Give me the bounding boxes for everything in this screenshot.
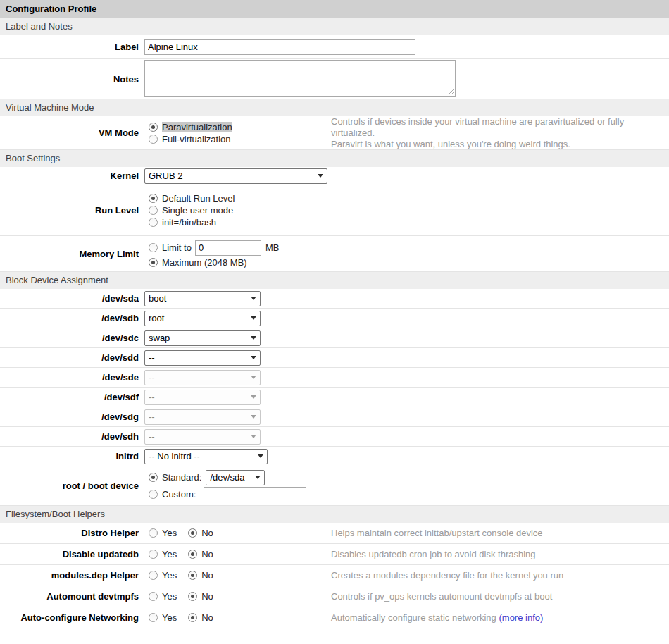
initrd-row: initrd -- No initrd -- xyxy=(0,447,669,466)
dropdown-arrow-icon xyxy=(318,174,323,178)
yes-label: Yes xyxy=(162,549,177,559)
run-level-radio-init-bash[interactable] xyxy=(149,218,158,227)
dev-sda-select[interactable]: boot xyxy=(144,291,261,306)
dev-sdd-select[interactable]: -- xyxy=(144,350,261,366)
field-label: Disable updatedb xyxy=(0,549,144,559)
field-label: /dev/sdc xyxy=(0,333,144,343)
dropdown-arrow-icon xyxy=(251,435,256,438)
standard-device-select[interactable]: /dev/sda xyxy=(206,470,265,485)
kernel-row: Kernel GRUB 2 xyxy=(0,167,669,185)
kernel-select-value: GRUB 2 xyxy=(149,171,182,181)
dev-sdb-select[interactable]: root xyxy=(144,311,261,326)
field-label: root / boot device xyxy=(0,481,144,491)
field-label: Label xyxy=(0,42,144,52)
memory-limit-radio-maximum[interactable] xyxy=(149,258,158,267)
help-text: Controls if pv_ops kernels automount dev… xyxy=(325,591,669,602)
distro-helper-yes-radio[interactable] xyxy=(149,528,158,538)
field-label: Automount devtmpfs xyxy=(0,591,144,602)
automount-devtmpfs-no-radio[interactable] xyxy=(188,592,197,601)
field-label: /dev/sdb xyxy=(0,313,144,323)
no-label: No xyxy=(201,591,213,602)
table-row: /dev/sdd -- xyxy=(0,348,669,368)
no-label: No xyxy=(201,528,213,538)
field-label: Kernel xyxy=(0,171,144,181)
notes-row: Notes xyxy=(0,59,669,99)
run-level-radio-default[interactable] xyxy=(149,194,158,203)
table-row: /dev/sdc swap xyxy=(0,328,669,348)
field-label: Memory Limit xyxy=(0,249,144,259)
dropdown-arrow-icon xyxy=(251,395,256,399)
auto-configure-networking-no-radio[interactable] xyxy=(188,613,197,622)
section-heading-label-and-notes: Label and Notes xyxy=(0,18,669,35)
notes-textarea[interactable] xyxy=(144,60,456,97)
label-input[interactable] xyxy=(144,39,415,55)
field-label: modules.dep Helper xyxy=(0,570,144,581)
field-label: /dev/sdg xyxy=(0,411,144,422)
help-text: Creates a modules dependency file for th… xyxy=(325,570,669,581)
run-level-row: Run Level Default Run Level Single user … xyxy=(0,185,669,236)
auto-configure-networking-yes-radio[interactable] xyxy=(149,613,158,622)
vm-mode-help: Controls if devices inside your virtual … xyxy=(325,116,669,150)
standard-label: Standard: xyxy=(162,472,201,483)
section-heading-vm-mode: Virtual Machine Mode xyxy=(0,99,669,116)
dropdown-arrow-icon xyxy=(251,316,256,320)
field-label: VM Mode xyxy=(0,128,144,138)
field-label: Notes xyxy=(0,74,144,85)
auto-configure-networking-row: Auto-configure Networking Yes No Automat… xyxy=(0,607,669,628)
memory-limit-row: Memory Limit Limit to MB Maximum (2048 M… xyxy=(0,236,669,272)
vm-mode-radio-full-virtualization[interactable] xyxy=(149,135,158,144)
section-heading-block-devices: Block Device Assignment xyxy=(0,272,669,289)
memory-limit-label: Limit to xyxy=(162,242,192,253)
dev-sdc-select[interactable]: swap xyxy=(144,330,261,346)
automount-devtmpfs-yes-radio[interactable] xyxy=(149,592,158,601)
field-label: initrd xyxy=(0,451,144,462)
vm-mode-option-label: Full-virtualization xyxy=(162,134,231,144)
table-row: /dev/sdg -- xyxy=(0,407,669,427)
modules-dep-no-radio[interactable] xyxy=(188,571,197,580)
memory-limit-input[interactable] xyxy=(195,240,261,256)
root-device-radio-custom[interactable] xyxy=(149,490,158,499)
yes-label: Yes xyxy=(162,612,177,623)
vm-mode-radio-paravirtualization[interactable] xyxy=(149,123,158,132)
kernel-select[interactable]: GRUB 2 xyxy=(144,168,327,184)
memory-limit-radio-limit[interactable] xyxy=(149,243,158,252)
root-boot-device-row: root / boot device Standard: /dev/sda Cu… xyxy=(0,466,669,506)
dropdown-arrow-icon xyxy=(251,297,256,300)
table-row: /dev/sdb root xyxy=(0,309,669,328)
memory-unit-label: MB xyxy=(265,242,280,253)
yes-label: Yes xyxy=(162,591,177,602)
distro-helper-no-radio[interactable] xyxy=(188,528,197,538)
distro-helper-row: Distro Helper Yes No Helps maintain corr… xyxy=(0,523,669,544)
page-title: Configuration Profile xyxy=(0,0,669,18)
field-label: Auto-configure Networking xyxy=(0,612,144,623)
dropdown-arrow-icon xyxy=(251,336,256,340)
dev-sdg-select: -- xyxy=(144,409,261,425)
modules-dep-helper-row: modules.dep Helper Yes No Creates a modu… xyxy=(0,565,669,586)
root-device-radio-standard[interactable] xyxy=(149,473,158,482)
custom-device-input[interactable] xyxy=(204,487,306,502)
dropdown-arrow-icon xyxy=(251,356,256,359)
dropdown-arrow-icon xyxy=(255,476,261,479)
table-row: /dev/sda boot xyxy=(0,289,669,309)
dev-sdf-select: -- xyxy=(144,390,261,405)
initrd-select[interactable]: -- No initrd -- xyxy=(144,449,268,464)
disable-updatedb-yes-radio[interactable] xyxy=(149,550,158,559)
field-label: /dev/sdd xyxy=(0,352,144,363)
run-level-option-label: Default Run Level xyxy=(162,193,235,204)
dev-sdh-select: -- xyxy=(144,429,261,445)
field-label: Distro Helper xyxy=(0,528,144,538)
dropdown-arrow-icon xyxy=(251,415,256,419)
field-label: /dev/sda xyxy=(0,293,144,304)
modules-dep-yes-radio[interactable] xyxy=(149,571,158,580)
run-level-radio-single-user[interactable] xyxy=(149,206,158,215)
run-level-option-label: init=/bin/bash xyxy=(162,217,216,228)
vm-mode-row: VM Mode Paravirtualization Full-virtuali… xyxy=(0,116,669,150)
memory-maximum-label: Maximum (2048 MB) xyxy=(162,257,247,268)
more-info-link[interactable]: (more info) xyxy=(499,612,543,623)
field-label: Run Level xyxy=(0,205,144,216)
label-row: Label xyxy=(0,35,669,59)
no-label: No xyxy=(201,612,213,623)
table-row: /dev/sde -- xyxy=(0,368,669,388)
field-label: /dev/sdh xyxy=(0,431,144,442)
disable-updatedb-no-radio[interactable] xyxy=(188,550,197,559)
